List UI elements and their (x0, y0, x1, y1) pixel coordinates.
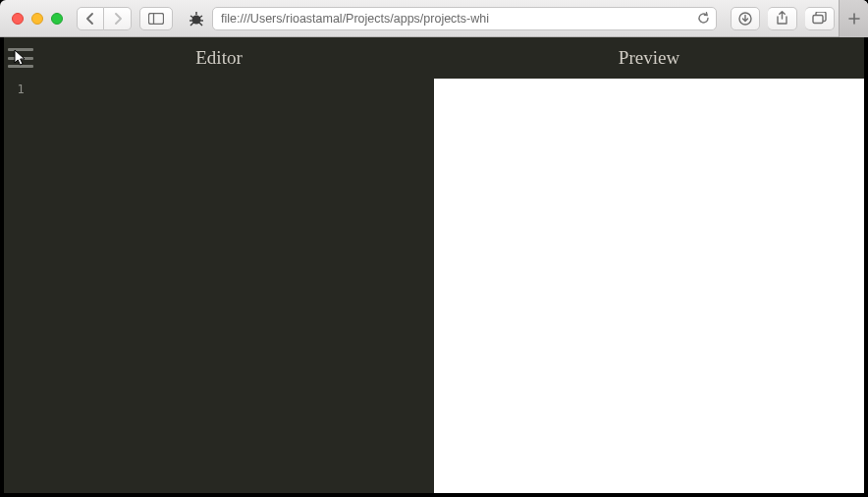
reload-button[interactable] (697, 12, 710, 25)
chevron-left-icon (85, 13, 95, 25)
extension-icon[interactable] (187, 9, 206, 28)
window-zoom-button[interactable] (51, 13, 63, 25)
hamburger-icon (8, 48, 33, 51)
sidebar-toggle-button[interactable] (139, 7, 173, 30)
editor-pane[interactable]: 1 (4, 79, 434, 493)
svg-line-8 (190, 23, 193, 26)
svg-line-5 (199, 16, 202, 18)
window-minimize-button[interactable] (31, 13, 43, 25)
address-bar[interactable]: file:///Users/rioastamal/Projects/apps/p… (212, 7, 717, 30)
back-button[interactable] (77, 7, 104, 30)
code-area[interactable] (37, 79, 434, 493)
reload-icon (697, 12, 710, 25)
tabs-icon (812, 12, 827, 25)
plus-icon (847, 12, 861, 26)
window-close-button[interactable] (12, 13, 24, 25)
editor-header-label: Editor (4, 47, 434, 69)
share-button[interactable] (768, 7, 797, 30)
downloads-button[interactable] (731, 7, 760, 30)
preview-pane (434, 79, 864, 493)
svg-line-9 (199, 23, 202, 26)
browser-window: file:///Users/rioastamal/Projects/apps/p… (0, 0, 868, 497)
browser-toolbar: file:///Users/rioastamal/Projects/apps/p… (0, 0, 868, 37)
menu-button[interactable] (8, 48, 33, 68)
preview-header-label: Preview (434, 47, 864, 69)
nav-buttons (77, 7, 132, 30)
page-content: Editor Preview 1 (0, 37, 868, 497)
address-bar-wrap: file:///Users/rioastamal/Projects/apps/p… (187, 7, 717, 30)
forward-button[interactable] (104, 7, 132, 30)
svg-rect-11 (813, 16, 823, 24)
line-gutter: 1 (4, 79, 37, 493)
new-tab-button[interactable] (839, 0, 868, 37)
url-text: file:///Users/rioastamal/Projects/apps/p… (221, 12, 697, 26)
app-inner: Editor Preview 1 (4, 37, 864, 493)
window-controls (12, 13, 63, 25)
line-number: 1 (4, 83, 37, 96)
download-icon (738, 12, 752, 26)
share-icon (776, 11, 788, 26)
split-panes: 1 (4, 79, 864, 493)
chevron-right-icon (113, 13, 123, 25)
sidebar-icon (148, 13, 164, 25)
app-header: Editor Preview (4, 37, 864, 79)
svg-line-4 (190, 16, 193, 18)
bug-icon (188, 10, 205, 28)
tabs-button[interactable] (805, 7, 835, 30)
svg-rect-0 (149, 13, 164, 24)
